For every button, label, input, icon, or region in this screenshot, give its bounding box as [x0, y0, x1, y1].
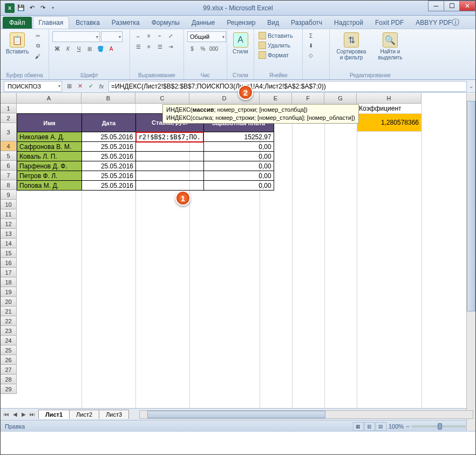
tab-foxit[interactable]: Foxit PDF [370, 17, 409, 29]
select-all-corner[interactable] [1, 93, 17, 104]
col-header[interactable]: E [260, 93, 292, 104]
row-header[interactable]: 11 [1, 209, 17, 219]
vscroll-thumb[interactable] [467, 101, 475, 311]
accept-formula-icon[interactable]: ✓ [86, 82, 96, 91]
range-select-icon[interactable]: ⊞ [64, 82, 74, 91]
col-header[interactable]: F [292, 93, 324, 104]
font-size-select[interactable]: ▾ [101, 31, 123, 42]
sheet-tab[interactable]: Лист1 [38, 410, 70, 419]
cell-rate[interactable] [136, 142, 204, 152]
row-header[interactable]: 2 [1, 113, 17, 123]
cell-date[interactable]: 25.05.2016 [82, 142, 136, 152]
paste-button[interactable]: 📋 Вставить [4, 31, 31, 71]
horizontal-scrollbar[interactable] [139, 410, 473, 419]
row-header[interactable]: 29 [1, 384, 17, 394]
cell-name[interactable]: Коваль Л. П. [17, 152, 82, 161]
cell-name[interactable]: Николаев А. Д. [17, 132, 82, 142]
cell-salary[interactable]: 0,00 [203, 171, 274, 181]
font-name-select[interactable]: ▾ [52, 31, 100, 42]
fx-icon[interactable]: fx [97, 82, 106, 91]
border-button[interactable]: ⊞ [85, 44, 94, 53]
format-painter-icon[interactable]: 🖌 [33, 52, 43, 60]
row-header[interactable]: 22 [1, 316, 17, 326]
row-header[interactable]: 4 [1, 141, 17, 151]
row-header[interactable]: 28 [1, 375, 17, 384]
minimize-button[interactable]: ─ [428, 1, 444, 11]
italic-button[interactable]: К [63, 44, 73, 53]
row-header[interactable]: 20 [1, 297, 17, 307]
percent-icon[interactable]: % [198, 44, 208, 53]
view-pagebreak-icon[interactable]: ▤ [376, 422, 386, 431]
view-normal-icon[interactable]: ▦ [353, 422, 364, 431]
bold-button[interactable]: Ж [52, 44, 62, 53]
align-left-icon[interactable]: ☰ [133, 42, 143, 51]
cell-rate[interactable] [136, 171, 204, 181]
tab-addins[interactable]: Надстрой [329, 17, 369, 29]
sheet-nav-next-icon[interactable]: ▶ [20, 411, 28, 417]
cell-date[interactable]: 25.05.2016 [82, 132, 136, 142]
align-bottom-icon[interactable]: ⫟ [155, 31, 165, 40]
currency-icon[interactable]: $ [187, 44, 197, 53]
row-header[interactable]: 14 [1, 239, 17, 248]
clear-icon[interactable]: ◇ [306, 51, 316, 59]
tab-view[interactable]: Вид [262, 17, 284, 29]
vertical-scrollbar[interactable] [466, 93, 475, 431]
row-header[interactable]: 6 [1, 161, 17, 171]
row-header[interactable]: 26 [1, 355, 17, 365]
row-header[interactable]: 9 [1, 190, 17, 200]
orientation-icon[interactable]: ⤢ [166, 31, 175, 40]
row-header[interactable]: 21 [1, 307, 17, 316]
row-header[interactable]: 5 [1, 151, 17, 161]
col-header[interactable]: G [324, 93, 357, 104]
row-header[interactable]: 25 [1, 345, 17, 355]
row-header[interactable]: 10 [1, 200, 17, 209]
coef-label-cell[interactable]: Коэффициент [359, 105, 402, 112]
formula-bar[interactable]: =ИНДЕКС(Лист2!$B$2:$B$7;ПОИСКПОЗ(Лист1!A… [108, 81, 467, 92]
cell-rate[interactable] [136, 181, 204, 191]
cell-salary[interactable]: 0,00 [203, 181, 274, 191]
cell-date[interactable]: 25.05.2016 [82, 171, 136, 181]
row-header[interactable]: 13 [1, 229, 17, 239]
col-header[interactable]: H [357, 93, 421, 104]
number-format-select[interactable]: Общий▾ [187, 31, 226, 42]
zoom-out-icon[interactable]: − [406, 423, 409, 430]
cut-icon[interactable]: ✂ [33, 31, 43, 40]
cell-date[interactable]: 25.05.2016 [82, 152, 136, 161]
tab-layout[interactable]: Разметка [106, 17, 145, 29]
close-button[interactable]: ✕ [459, 1, 475, 11]
hscroll-thumb[interactable] [147, 411, 325, 418]
row-header[interactable]: 8 [1, 180, 17, 190]
cell-rate[interactable] [136, 161, 204, 171]
th-date[interactable]: Дата [82, 114, 136, 132]
cell-name[interactable]: Парфенов Д. Ф. [17, 161, 82, 171]
coef-value-cell[interactable]: 1,280578366 [357, 113, 421, 132]
row-header[interactable]: 3 [1, 123, 17, 141]
file-tab[interactable]: Файл [3, 17, 32, 29]
cells-format-button[interactable]: Формат [257, 51, 299, 59]
view-layout-icon[interactable]: ▥ [364, 422, 375, 431]
zoom-slider[interactable] [412, 425, 466, 427]
cell-salary[interactable]: 15252,97 [203, 132, 274, 142]
tab-abbyy[interactable]: ABBYY PDF [410, 17, 457, 29]
col-header[interactable]: A [17, 93, 81, 104]
cell-name[interactable]: Петров Ф. Л. [17, 171, 82, 181]
styles-button[interactable]: A Стили [230, 31, 250, 56]
cell-name[interactable]: Попова М. Д. [17, 181, 82, 191]
align-center-icon[interactable]: ≡ [144, 42, 154, 51]
sheet-nav-prev-icon[interactable]: ◀ [11, 411, 19, 417]
th-name[interactable]: Имя [17, 114, 82, 132]
tab-developer[interactable]: Разработч [285, 17, 328, 29]
help-icon[interactable]: ⓘ [452, 18, 459, 28]
row-header[interactable]: 12 [1, 219, 17, 229]
tab-review[interactable]: Рецензир [221, 17, 261, 29]
copy-icon[interactable]: ⧉ [33, 42, 43, 50]
tab-data[interactable]: Данные [186, 17, 220, 29]
sheet-tab[interactable]: Лист2 [69, 410, 99, 419]
cell-rate[interactable] [136, 152, 204, 161]
cell-salary[interactable]: 0,00 [203, 152, 274, 161]
row-header[interactable]: 18 [1, 277, 17, 287]
name-box[interactable]: ПОИСКПОЗ▾ [4, 81, 62, 92]
fill-color-button[interactable]: 🪣 [96, 44, 105, 53]
row-header[interactable]: 1 [1, 104, 17, 113]
zoom-level[interactable]: 100% [389, 423, 404, 430]
